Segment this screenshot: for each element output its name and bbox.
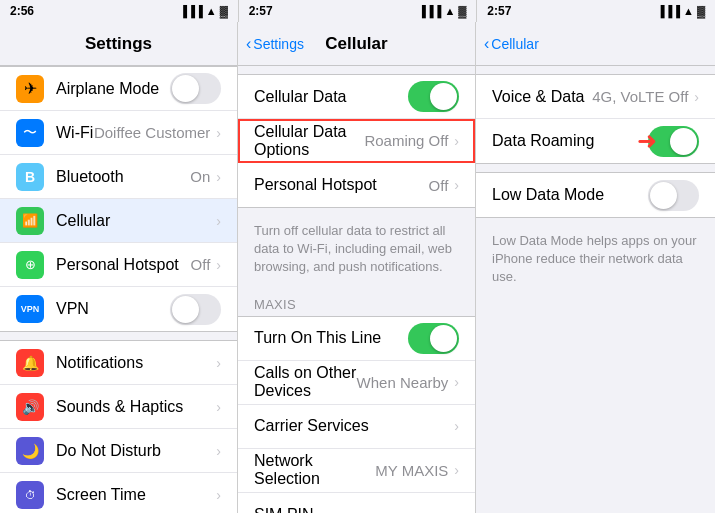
voice-data-item[interactable]: Voice & Data 4G, VoLTE Off › bbox=[476, 75, 715, 119]
cellular-group-data: Cellular Data Cellular Data Options Roam… bbox=[238, 74, 475, 208]
cellular-data-options-label: Cellular Data Options bbox=[254, 123, 364, 159]
wifi-chevron: › bbox=[216, 125, 221, 141]
voice-data-label: Voice & Data bbox=[492, 88, 592, 106]
time-mid: 2:57 bbox=[249, 4, 273, 18]
hotspot-value: Off bbox=[191, 256, 211, 273]
options-group-main: Voice & Data 4G, VoLTE Off › Data Roamin… bbox=[476, 74, 715, 164]
data-roaming-item[interactable]: Data Roaming ➜ bbox=[476, 119, 715, 163]
status-panel-right: 2:57 ▐▐▐ ▲ ▓ bbox=[477, 0, 715, 22]
settings-item-screentime[interactable]: ⏱ Screen Time › bbox=[0, 473, 237, 513]
cellular-group-maxis: Turn On This Line Calls on Other Devices… bbox=[238, 316, 475, 513]
status-icons-left: ▐▐▐ ▲ ▓ bbox=[179, 5, 227, 17]
screentime-icon: ⏱ bbox=[16, 481, 44, 509]
personal-hotspot-item[interactable]: Personal Hotspot Off › bbox=[238, 163, 475, 207]
panels-container: Settings ✈ Airplane Mode 〜 Wi-Fi Doiffee… bbox=[0, 22, 715, 513]
low-data-desc: Low Data Mode helps apps on your iPhone … bbox=[476, 226, 715, 297]
bluetooth-value: On bbox=[190, 168, 210, 185]
network-item[interactable]: Network Selection MY MAXIS › bbox=[238, 449, 475, 493]
personal-hotspot-chevron: › bbox=[454, 177, 459, 193]
options-back-label: Cellular bbox=[491, 36, 538, 52]
donotdisturb-chevron: › bbox=[216, 443, 221, 459]
carrier-label: Carrier Services bbox=[254, 417, 454, 435]
personal-hotspot-label: Personal Hotspot bbox=[254, 176, 429, 194]
simpin-chevron: › bbox=[454, 507, 459, 513]
cellular-label: Cellular bbox=[56, 212, 216, 230]
maxis-section-label: MAXIS bbox=[238, 287, 475, 316]
bluetooth-label: Bluetooth bbox=[56, 168, 190, 186]
wifi-icon: 〜 bbox=[16, 119, 44, 147]
signal-icon-mid: ▐▐▐ bbox=[418, 5, 441, 17]
settings-item-donotdisturb[interactable]: 🌙 Do Not Disturb › bbox=[0, 429, 237, 473]
carrier-item[interactable]: Carrier Services › bbox=[238, 405, 475, 449]
bluetooth-chevron: › bbox=[216, 169, 221, 185]
simpin-label: SIM PIN bbox=[254, 506, 454, 513]
settings-item-notifications[interactable]: 🔔 Notifications › bbox=[0, 341, 237, 385]
cellular-desc: Turn off cellular data to restrict all d… bbox=[238, 216, 475, 287]
settings-group-notifications: 🔔 Notifications › 🔊 Sounds & Haptics › 🌙… bbox=[0, 340, 237, 513]
turn-on-line-label: Turn On This Line bbox=[254, 329, 408, 347]
options-nav-header: ‹ Cellular bbox=[476, 22, 715, 66]
turn-on-line-toggle[interactable] bbox=[408, 323, 459, 354]
vpn-label: VPN bbox=[56, 300, 170, 318]
panel-settings: Settings ✈ Airplane Mode 〜 Wi-Fi Doiffee… bbox=[0, 22, 238, 513]
settings-item-bluetooth[interactable]: B Bluetooth On › bbox=[0, 155, 237, 199]
turn-on-line-item[interactable]: Turn On This Line bbox=[238, 317, 475, 361]
donotdisturb-label: Do Not Disturb bbox=[56, 442, 216, 460]
wifi-value: Doiffee Customer bbox=[94, 124, 210, 141]
battery-icon-mid: ▓ bbox=[458, 5, 466, 17]
wifi-icon-mid: ▲ bbox=[444, 5, 455, 17]
cellular-data-label: Cellular Data bbox=[254, 88, 408, 106]
calls-other-value: When Nearby bbox=[357, 374, 449, 391]
sounds-icon: 🔊 bbox=[16, 393, 44, 421]
network-label: Network Selection bbox=[254, 452, 375, 488]
status-panel-left: 2:56 ▐▐▐ ▲ ▓ bbox=[0, 0, 239, 22]
cellular-data-options-item[interactable]: Cellular Data Options Roaming Off › bbox=[238, 119, 475, 163]
settings-item-cellular[interactable]: 📶 Cellular › bbox=[0, 199, 237, 243]
notifications-chevron: › bbox=[216, 355, 221, 371]
airplane-toggle[interactable] bbox=[170, 73, 221, 104]
settings-group-connectivity: ✈ Airplane Mode 〜 Wi-Fi Doiffee Customer… bbox=[0, 66, 237, 332]
status-icons-mid: ▐▐▐ ▲ ▓ bbox=[418, 5, 466, 17]
sounds-chevron: › bbox=[216, 399, 221, 415]
calls-other-label: Calls on Other Devices bbox=[254, 364, 357, 400]
cellular-icon: 📶 bbox=[16, 207, 44, 235]
settings-item-vpn[interactable]: VPN VPN bbox=[0, 287, 237, 331]
cellular-back-button[interactable]: ‹ Settings bbox=[246, 35, 304, 53]
cellular-chevron: › bbox=[216, 213, 221, 229]
calls-other-item[interactable]: Calls on Other Devices When Nearby › bbox=[238, 361, 475, 405]
low-data-item[interactable]: Low Data Mode bbox=[476, 173, 715, 217]
voice-data-value: 4G, VoLTE Off bbox=[592, 88, 688, 105]
low-data-toggle[interactable] bbox=[648, 180, 699, 211]
voice-data-chevron: › bbox=[694, 89, 699, 105]
status-bar: 2:56 ▐▐▐ ▲ ▓ 2:57 ▐▐▐ ▲ ▓ 2:57 ▐▐▐ ▲ ▓ bbox=[0, 0, 715, 22]
data-roaming-label: Data Roaming bbox=[492, 132, 648, 150]
cellular-nav-header: ‹ Settings Cellular bbox=[238, 22, 475, 66]
settings-item-hotspot[interactable]: ⊕ Personal Hotspot Off › bbox=[0, 243, 237, 287]
time-left: 2:56 bbox=[10, 4, 34, 18]
cellular-data-toggle[interactable] bbox=[408, 81, 459, 112]
hotspot-icon: ⊕ bbox=[16, 251, 44, 279]
settings-header: Settings bbox=[0, 22, 237, 66]
status-panel-mid: 2:57 ▐▐▐ ▲ ▓ bbox=[239, 0, 478, 22]
status-icons-right: ▐▐▐ ▲ ▓ bbox=[657, 5, 705, 17]
sounds-label: Sounds & Haptics bbox=[56, 398, 216, 416]
cellular-title: Cellular bbox=[325, 34, 387, 54]
cellular-data-options-chevron: › bbox=[454, 133, 459, 149]
network-chevron: › bbox=[454, 462, 459, 478]
settings-item-wifi[interactable]: 〜 Wi-Fi Doiffee Customer › bbox=[0, 111, 237, 155]
options-content: Voice & Data 4G, VoLTE Off › Data Roamin… bbox=[476, 66, 715, 297]
settings-item-sounds[interactable]: 🔊 Sounds & Haptics › bbox=[0, 385, 237, 429]
settings-item-airplane[interactable]: ✈ Airplane Mode bbox=[0, 67, 237, 111]
hotspot-chevron: › bbox=[216, 257, 221, 273]
options-back-button[interactable]: ‹ Cellular bbox=[484, 35, 539, 53]
wifi-icon-left: ▲ bbox=[206, 5, 217, 17]
notifications-label: Notifications bbox=[56, 354, 216, 372]
hotspot-label: Personal Hotspot bbox=[56, 256, 191, 274]
personal-hotspot-value: Off bbox=[429, 177, 449, 194]
cellular-data-toggle-item[interactable]: Cellular Data bbox=[238, 75, 475, 119]
cellular-back-label: Settings bbox=[253, 36, 304, 52]
network-value: MY MAXIS bbox=[375, 462, 448, 479]
vpn-toggle[interactable] bbox=[170, 294, 221, 325]
simpin-item[interactable]: SIM PIN › bbox=[238, 493, 475, 513]
time-right: 2:57 bbox=[487, 4, 511, 18]
